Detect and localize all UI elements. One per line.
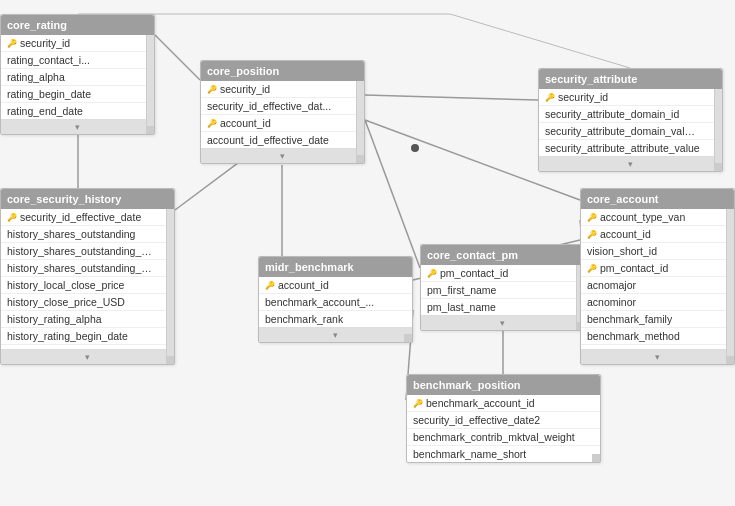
key-icon: 🔑: [207, 85, 217, 94]
table-field: security_attribute_domain_id: [539, 106, 722, 123]
resize-handle[interactable]: [146, 126, 154, 134]
table-body-core_contact_pm: 🔑pm_contact_idpm_first_namepm_last_name: [421, 265, 584, 315]
table-field: history_rating_begin_date: [1, 328, 174, 345]
key-icon: 🔑: [413, 399, 423, 408]
scroll-down-indicator[interactable]: ▾: [581, 349, 734, 364]
svg-line-3: [365, 120, 420, 268]
table-field: pm_last_name: [421, 299, 584, 315]
field-name: benchmark_account_...: [265, 296, 374, 308]
table-header-core_security_history: core_security_history: [1, 189, 174, 209]
table-field: acnomajor: [581, 277, 734, 294]
resize-handle[interactable]: [166, 356, 174, 364]
scroll-down-indicator[interactable]: ▾: [201, 148, 364, 163]
field-name: account_id: [278, 279, 329, 291]
scroll-right-bar[interactable]: [166, 209, 174, 364]
table-field: 🔑account_id: [201, 115, 364, 132]
svg-point-7: [411, 144, 419, 152]
field-name: pm_contact_id: [440, 267, 508, 279]
table-field: 🔑pm_contact_id: [421, 265, 584, 282]
table-field: rating_begin_date: [1, 86, 154, 103]
scroll-down-indicator[interactable]: ▾: [421, 315, 584, 330]
key-icon: 🔑: [265, 281, 275, 290]
field-name: security_attribute_attribute_value: [545, 142, 700, 154]
field-name: account_id_effective_date: [207, 134, 329, 146]
table-field: vision_short_id: [581, 243, 734, 260]
resize-handle[interactable]: [592, 454, 600, 462]
diagram-canvas: core_rating🔑security_idrating_contact_i.…: [0, 0, 735, 506]
table-field: 🔑benchmark_account_id: [407, 395, 600, 412]
table-field: rating_contact_i...: [1, 52, 154, 69]
field-name: acnominor: [587, 296, 636, 308]
scroll-right-bar[interactable]: [714, 89, 722, 171]
key-icon: 🔑: [545, 93, 555, 102]
table-field: security_id_effective_dat...: [201, 98, 364, 115]
table-midr_benchmark[interactable]: midr_benchmark🔑account_idbenchmark_accou…: [258, 256, 413, 343]
field-name: benchmark_account_id: [426, 397, 535, 409]
table-field: account_id_effective_date: [201, 132, 364, 148]
scroll-right-bar[interactable]: [146, 35, 154, 134]
field-name: security_id: [20, 37, 70, 49]
field-name: history_rating_begin_date: [7, 330, 128, 342]
svg-line-13: [450, 14, 630, 68]
field-name: benchmark_method: [587, 330, 680, 342]
field-name: class_typ: [587, 347, 631, 349]
field-name: security_id_effective_date2: [413, 414, 540, 426]
field-name: rating_end_date: [7, 105, 83, 117]
table-field: benchmark_rank: [259, 311, 412, 327]
table-field: benchmark_name_short: [407, 446, 600, 462]
field-name: security_id_effective_date: [20, 211, 141, 223]
table-field: 🔑pm_contact_id: [581, 260, 734, 277]
table-core_position[interactable]: core_position🔑security_idsecurity_id_eff…: [200, 60, 365, 164]
table-body-core_position: 🔑security_idsecurity_id_effective_dat...…: [201, 81, 364, 148]
resize-handle[interactable]: [714, 163, 722, 171]
table-core_security_history[interactable]: core_security_history🔑security_id_effect…: [0, 188, 175, 365]
table-core_rating[interactable]: core_rating🔑security_idrating_contact_i.…: [0, 14, 155, 135]
table-header-core_contact_pm: core_contact_pm: [421, 245, 584, 265]
table-field: 🔑security_id_effective_date: [1, 209, 174, 226]
scroll-down-indicator[interactable]: ▾: [259, 327, 412, 342]
scroll-down-indicator[interactable]: ▾: [539, 156, 722, 171]
scroll-right-bar[interactable]: [356, 81, 364, 163]
scroll-right-bar[interactable]: [726, 209, 734, 364]
resize-handle[interactable]: [726, 356, 734, 364]
table-field: 🔑account_type_van: [581, 209, 734, 226]
field-name: security_id: [558, 91, 608, 103]
table-field: 🔑security_id: [539, 89, 722, 106]
table-core_contact_pm[interactable]: core_contact_pm🔑pm_contact_idpm_first_na…: [420, 244, 585, 331]
field-name: pm_last_name: [427, 301, 496, 313]
resize-handle[interactable]: [356, 155, 364, 163]
table-field: benchmark_method: [581, 328, 734, 345]
table-field: history_close_price_USD: [1, 294, 174, 311]
field-name: security_attribute_domain_id: [545, 108, 679, 120]
svg-line-2: [365, 95, 538, 100]
field-name: benchmark_contrib_mktval_weight: [413, 431, 575, 443]
key-icon: 🔑: [427, 269, 437, 278]
table-core_account[interactable]: core_account🔑account_type_van🔑account_id…: [580, 188, 735, 365]
table-body-midr_benchmark: 🔑account_idbenchmark_account_...benchmar…: [259, 277, 412, 327]
table-header-security_attribute: security_attribute: [539, 69, 722, 89]
table-field: history_local_close_price: [1, 277, 174, 294]
table-field: pm_first_name: [421, 282, 584, 299]
field-name: benchmark_rank: [265, 313, 343, 325]
field-name: history_shares_outstanding: [7, 228, 135, 240]
key-icon: 🔑: [207, 119, 217, 128]
key-icon: 🔑: [7, 39, 17, 48]
field-name: pm_contact_id: [600, 262, 668, 274]
table-field: 🔑security_id: [201, 81, 364, 98]
field-name: benchmark_name_short: [413, 448, 526, 460]
table-field: 🔑account_id: [259, 277, 412, 294]
field-name: security_id_effective_dat...: [207, 100, 331, 112]
table-field: benchmark_account_...: [259, 294, 412, 311]
table-field: history_shares_outstanding_begin_...: [1, 243, 174, 260]
table-security_attribute[interactable]: security_attribute🔑security_idsecurity_a…: [538, 68, 723, 172]
table-benchmark_position[interactable]: benchmark_position🔑benchmark_account_ids…: [406, 374, 601, 463]
table-body-core_security_history: 🔑security_id_effective_datehistory_share…: [1, 209, 174, 349]
table-header-core_position: core_position: [201, 61, 364, 81]
scroll-down-indicator[interactable]: ▾: [1, 119, 154, 134]
key-icon: 🔑: [587, 230, 597, 239]
field-name: rating_contact_i...: [7, 54, 90, 66]
resize-handle[interactable]: [404, 334, 412, 342]
scroll-down-indicator[interactable]: ▾: [1, 349, 174, 364]
key-icon: 🔑: [587, 213, 597, 222]
field-name: history_local_close_price: [7, 279, 124, 291]
